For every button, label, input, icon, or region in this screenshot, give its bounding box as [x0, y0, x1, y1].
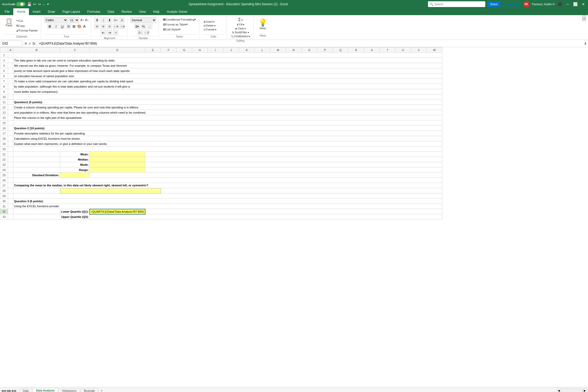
- cell-A22[interactable]: [8, 157, 13, 162]
- cell-B16[interactable]: Question 2 (10 points):: [13, 126, 442, 131]
- cell-B12[interactable]: Create a column showing spending per cap…: [13, 105, 442, 110]
- format-painter-button[interactable]: 🖌 Format Painter: [15, 28, 39, 33]
- col-header-F[interactable]: F: [161, 47, 176, 53]
- cell-C22[interactable]: Median:: [60, 157, 90, 162]
- fill-button[interactable]: ⬇ Fill ▾: [236, 23, 246, 26]
- col-header-M[interactable]: M: [270, 47, 286, 53]
- cell-A23[interactable]: [8, 162, 13, 167]
- cell-A4[interactable]: [8, 63, 13, 68]
- col-header-W[interactable]: W: [427, 47, 442, 53]
- cell-B28[interactable]: [13, 188, 60, 193]
- cell-A32[interactable]: [8, 209, 13, 214]
- cut-button[interactable]: ✂ Cut: [15, 19, 39, 23]
- cell-A14[interactable]: [8, 115, 13, 120]
- col-header-H[interactable]: H: [192, 47, 208, 53]
- cell-B29[interactable]: [13, 193, 442, 199]
- cell-A8[interactable]: [8, 84, 13, 89]
- col-header-E[interactable]: E: [145, 47, 161, 53]
- cell-A27[interactable]: [8, 183, 13, 188]
- cell-C32[interactable]: Lower Quartile (Q1):: [60, 209, 90, 214]
- cell-B18[interactable]: Calculations using EXCEL functions must …: [13, 136, 442, 141]
- cell-B24[interactable]: [13, 167, 60, 173]
- cell-B23[interactable]: [13, 162, 60, 167]
- col-header-V[interactable]: V: [411, 47, 427, 53]
- decrease-indent-button[interactable]: ←≡: [113, 23, 119, 29]
- font-name-dropdown[interactable]: Calibri: [44, 17, 68, 23]
- cell-B13[interactable]: and population is in millions. Also note…: [13, 110, 442, 115]
- merge-button[interactable]: ⊡: [119, 17, 125, 23]
- cell-A24[interactable]: [8, 167, 13, 173]
- cell-C25[interactable]: [60, 173, 90, 178]
- cell-A12[interactable]: [8, 105, 13, 110]
- cell-C23[interactable]: Mode:: [60, 162, 90, 167]
- col-header-J[interactable]: J: [223, 47, 239, 53]
- cell-B10[interactable]: [13, 94, 442, 100]
- close-btn[interactable]: ✕: [581, 2, 586, 7]
- cell-B32[interactable]: [13, 209, 60, 214]
- format-cells-button[interactable]: ⊡ Format ▾: [203, 28, 217, 31]
- sheet-tab-data-analysis[interactable]: Data Analysis: [33, 388, 58, 392]
- increase-indent-button[interactable]: →≡: [119, 23, 125, 29]
- cell-B5[interactable]: purely on total amount spent would give …: [13, 68, 442, 74]
- conditional-formatting-button[interactable]: ▦ Conditional Formatting ▾: [162, 17, 197, 22]
- col-header-P[interactable]: P: [317, 47, 333, 53]
- format-as-table-button[interactable]: ▤ Format as Table ▾: [162, 22, 189, 27]
- cell-B14[interactable]: Place this column in the right part of t…: [13, 115, 442, 120]
- cell-A5[interactable]: [8, 68, 13, 74]
- col-header-R[interactable]: R: [348, 47, 364, 53]
- delete-cells-button[interactable]: ⊟ Delete ▾: [203, 24, 217, 27]
- cell-B21[interactable]: [13, 152, 60, 157]
- col-header-L[interactable]: L: [255, 47, 270, 53]
- sort-filter-button[interactable]: ⇅ Sort&Filter ▾: [231, 31, 250, 34]
- align-left-button[interactable]: ≡: [94, 23, 100, 29]
- copy-button[interactable]: ⧉ Copy: [15, 23, 39, 28]
- cell-B17[interactable]: Provide descriptive statistics for the p…: [13, 131, 442, 136]
- ribbon-display-btn[interactable]: ⬛: [557, 2, 563, 7]
- comments-button[interactable]: Comments: [502, 1, 521, 7]
- sheet-tab-bivariate[interactable]: Bivariate: [81, 388, 99, 392]
- cell-D21[interactable]: [90, 152, 145, 157]
- paste-button[interactable]: 📋 Paste: [4, 17, 14, 34]
- italic-button[interactable]: I: [53, 23, 59, 29]
- fill-color-icon[interactable]: 🎨: [77, 24, 82, 29]
- align-bottom-button[interactable]: ⬇: [107, 17, 112, 23]
- tab-insert[interactable]: Insert: [29, 8, 44, 15]
- cell-A2[interactable]: [8, 53, 13, 58]
- cell-A30[interactable]: [8, 199, 13, 204]
- col-header-B[interactable]: B: [13, 47, 60, 53]
- cell-B7[interactable]: To make a more valid comparison we can c…: [13, 79, 442, 84]
- cell-C33[interactable]: Upper Quartile (Q3):: [60, 214, 90, 219]
- cell-A20[interactable]: [8, 146, 13, 152]
- col-header-G[interactable]: G: [176, 47, 192, 53]
- increase-decimal-button[interactable]: .0→: [137, 30, 143, 35]
- grid-wrapper[interactable]: A B C D E F G H I J K L M N O P Q: [0, 47, 588, 387]
- formula-input[interactable]: [38, 41, 583, 46]
- comma-button[interactable]: ,: [147, 23, 152, 29]
- formula-expand-icon[interactable]: ⬇: [584, 41, 587, 46]
- cell-A29[interactable]: [8, 193, 13, 199]
- indent-right-button[interactable]: ⇥: [107, 30, 112, 35]
- align-right-button[interactable]: ≡: [107, 23, 112, 29]
- scroll-left-btn[interactable]: ◀: [557, 389, 561, 392]
- share-button[interactable]: Share: [487, 2, 500, 7]
- insert-cells-button[interactable]: ⊞ Insert ▾: [203, 20, 217, 23]
- cell-B15[interactable]: [13, 120, 442, 126]
- col-header-D[interactable]: D: [90, 47, 145, 53]
- cell-D22[interactable]: [90, 157, 145, 162]
- tab-help[interactable]: Help: [149, 8, 163, 15]
- cell-A19[interactable]: [8, 141, 13, 146]
- cell-A9[interactable]: [8, 89, 13, 94]
- confirm-formula-icon[interactable]: ✓: [28, 41, 32, 46]
- col-header-S[interactable]: S: [364, 47, 380, 53]
- cell-C28[interactable]: [60, 188, 161, 193]
- next-sheet-page-btn[interactable]: ▶: [9, 389, 11, 392]
- number-format-dropdown[interactable]: General: [130, 17, 156, 23]
- cell-B3[interactable]: The data given in tab one can be used to…: [13, 58, 442, 63]
- cell-B8[interactable]: by state population. (although this is t…: [13, 84, 442, 89]
- cell-A18[interactable]: [8, 136, 13, 141]
- find-select-button[interactable]: 🔍 Find&Select ▾: [230, 35, 251, 38]
- col-header-U[interactable]: U: [395, 47, 411, 53]
- cell-D23[interactable]: [90, 162, 145, 167]
- cell-B27[interactable]: Comparing the mean to the median, is thi…: [13, 183, 442, 188]
- cell-A21[interactable]: [8, 152, 13, 157]
